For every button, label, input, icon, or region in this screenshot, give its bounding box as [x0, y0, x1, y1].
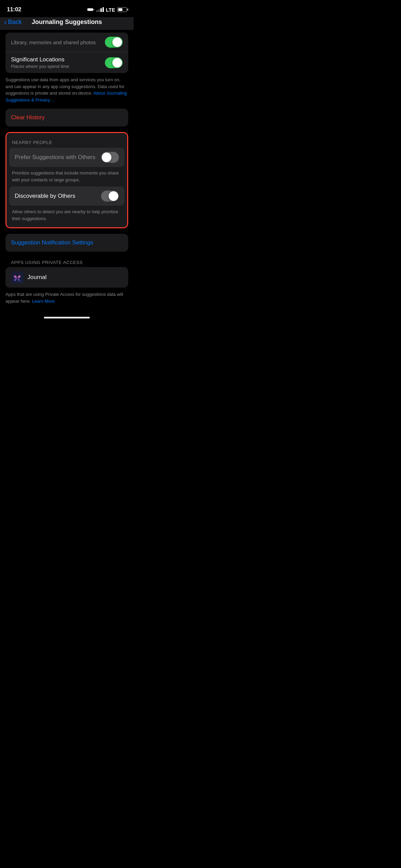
signal-bars — [96, 7, 104, 12]
discoverable-group: Discoverable by Others — [9, 186, 124, 206]
apps-group: Journal — [5, 267, 128, 288]
journal-app-icon — [11, 271, 23, 284]
significant-locations-subtitle: Places where you spend time — [11, 64, 105, 69]
svg-point-2 — [17, 276, 17, 279]
learn-more-link[interactable]: Learn More — [32, 299, 54, 304]
notification-settings-group: Suggestion Notification Settings — [5, 234, 128, 252]
discoverable-desc: Allow others to detect you are nearby to… — [7, 207, 127, 223]
svg-rect-0 — [87, 8, 93, 11]
library-toggle[interactable] — [105, 37, 123, 48]
prefer-suggestions-text: Prefer Suggestions with Others — [15, 154, 101, 161]
prefer-suggestions-desc: Prioritize suggestions that include mome… — [7, 168, 127, 186]
clear-history-group: Clear History — [5, 109, 128, 126]
significant-locations-group: Significant Locations Places where you s… — [5, 52, 128, 73]
back-button[interactable]: ‹ Back — [4, 19, 22, 26]
back-label: Back — [8, 19, 22, 26]
apps-footer-text: Apps that are using Private Access for s… — [0, 288, 134, 310]
notification-settings-label: Suggestion Notification Settings — [11, 239, 93, 246]
home-indicator — [0, 310, 134, 321]
truncated-row-text: Library, memories and shared photos — [11, 39, 96, 45]
journal-app-name: Journal — [27, 274, 47, 281]
notification-settings-button[interactable]: Suggestion Notification Settings — [5, 234, 128, 252]
prefer-suggestions-title: Prefer Suggestions with Others — [15, 154, 101, 161]
content: Library, memories and shared photos Sign… — [0, 33, 134, 310]
nav-bar: ‹ Back Journaling Suggestions — [0, 17, 134, 30]
discoverable-text: Discoverable by Others — [15, 193, 101, 200]
discoverable-title: Discoverable by Others — [15, 193, 101, 200]
clear-history-label: Clear History — [11, 114, 45, 121]
prefer-suggestions-toggle[interactable] — [101, 152, 119, 163]
journal-app-row[interactable]: Journal — [5, 267, 128, 288]
apps-section-header: APPS USING PRIVATE ACCESS — [0, 257, 134, 267]
significant-locations-toggle[interactable] — [105, 57, 123, 68]
svg-rect-1 — [93, 9, 94, 10]
truncated-row: Library, memories and shared photos — [5, 33, 128, 52]
status-time: 11:02 — [7, 6, 21, 13]
prefer-suggestions-group: Prefer Suggestions with Others — [9, 148, 124, 167]
discoverable-toggle[interactable] — [101, 191, 119, 202]
nearby-people-header: NEARBY PEOPLE — [7, 136, 127, 148]
status-bar: 11:02 LTE — [0, 0, 134, 17]
battery-icon — [117, 7, 127, 12]
sleep-icon — [87, 7, 94, 12]
nearby-people-section: NEARBY PEOPLE Prefer Suggestions with Ot… — [5, 132, 128, 228]
significant-locations-text: Significant Locations Places where you s… — [11, 56, 105, 69]
lte-label: LTE — [106, 7, 115, 13]
status-right: LTE — [87, 7, 127, 13]
description-text: Suggestions use data from apps and servi… — [0, 73, 134, 109]
home-bar — [44, 317, 90, 318]
page-title: Journaling Suggestions — [32, 19, 102, 26]
significant-locations-title: Significant Locations — [11, 56, 105, 63]
clear-history-button[interactable]: Clear History — [5, 109, 128, 126]
back-chevron-icon: ‹ — [4, 19, 7, 26]
